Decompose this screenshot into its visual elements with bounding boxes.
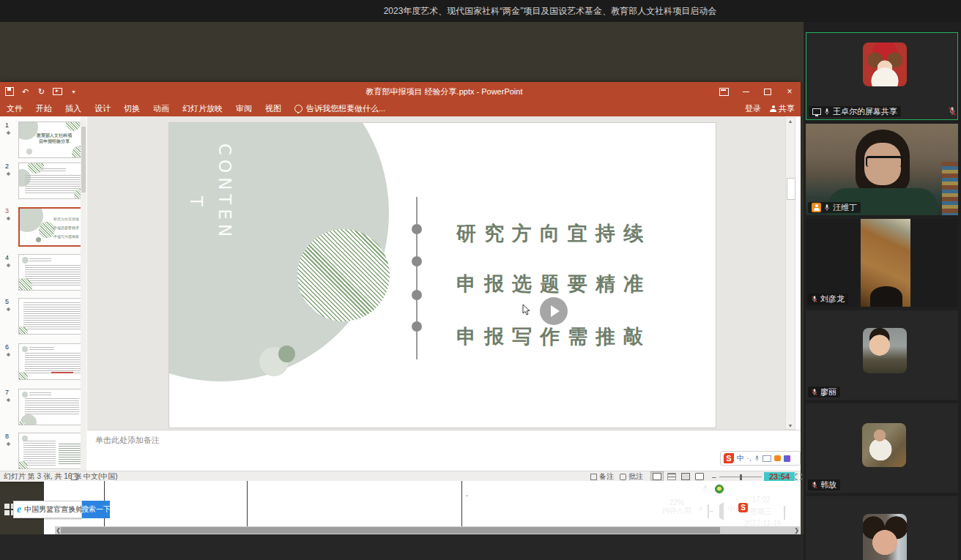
participant-tile-screenshare[interactable]: 王卓尔的屏幕共享 (806, 32, 958, 120)
participant-tile[interactable]: 刘彦龙 (806, 219, 958, 307)
antivirus-tray-icon[interactable] (715, 485, 724, 493)
thumbnail-slide-8: 8 (0, 433, 87, 471)
ime-indicator-tray[interactable]: 中 (728, 504, 735, 514)
microphone-status-icon (702, 484, 709, 494)
animation-star-icon (7, 131, 11, 135)
accessibility-icon[interactable] (71, 472, 78, 481)
thumbnail-slide-1: 1 教育部人文社科项 目申报经验分享 (0, 122, 87, 160)
clock[interactable]: 17:02 星期三 2022-11-16 (744, 494, 778, 529)
hidden-icons-button[interactable]: ∧ (698, 504, 703, 512)
close-button[interactable]: × (779, 82, 801, 101)
search-highlight-text: 中国男篮官宣换帅 (24, 504, 83, 515)
slide-8-thumbnail[interactable] (18, 433, 84, 469)
search-button[interactable]: 搜索一下 (82, 501, 110, 518)
recording-timer-badge: 23:54 (764, 472, 795, 482)
slide-7-thumbnail[interactable] (18, 389, 84, 425)
tab-slideshow[interactable]: 幻灯片放映 (176, 101, 229, 116)
mic-muted-icon (812, 295, 817, 304)
hscrollbar-thumb[interactable] (61, 527, 720, 534)
timeline-dot (412, 224, 422, 234)
notes-pane[interactable]: 单击此处添加备注 S 中 ·, (87, 430, 801, 471)
restore-button[interactable] (757, 82, 779, 101)
ribbon-display-options-button[interactable] (713, 82, 735, 101)
timeline-dot (412, 256, 422, 266)
lightbulb-icon (294, 105, 303, 113)
voice-input-icon[interactable] (754, 455, 760, 463)
timeline-dot (412, 321, 422, 332)
keyboard-icon[interactable] (763, 455, 771, 462)
meeting-title: 2023年度艺术、现代国家社科“两金”项目及国设艺术基金、教育部人文社科项目启动… (384, 5, 717, 18)
toolbox-icon[interactable] (784, 455, 790, 462)
normal-view-button[interactable] (650, 471, 664, 482)
horizontal-scrollbar[interactable]: ❮ ❯ (55, 526, 800, 534)
zoom-out-button[interactable]: – (712, 472, 716, 481)
slide-sorter-view-button[interactable] (666, 472, 678, 481)
decorative-circle-solid (278, 346, 295, 362)
slide-4-thumbnail[interactable] (18, 254, 84, 291)
slide-2-thumbnail[interactable] (18, 163, 84, 199)
thumbnail-scrollbar[interactable] (81, 116, 86, 471)
tab-file[interactable]: 文件 (0, 101, 29, 116)
participant-label: 汪维丁 (808, 202, 861, 213)
mic-muted-icon (949, 106, 956, 116)
sign-in-button[interactable]: 登录 (745, 103, 761, 114)
participant-tile[interactable]: 韩放 (806, 403, 958, 493)
slide-1-thumbnail[interactable]: 教育部人文社科项 目申报经验分享 (18, 122, 84, 158)
sogou-logo-icon[interactable]: S (724, 453, 734, 463)
tab-transitions[interactable]: 切换 (117, 101, 146, 116)
participant-tile[interactable] (806, 496, 958, 560)
thumbnail-slide-7: 7 (0, 389, 87, 428)
share-button[interactable]: 共享 (770, 103, 795, 114)
slide-thumbnail-panel: 1 教育部人文社科项 目申报经验分享 2 (0, 116, 88, 471)
host-badge-icon (812, 203, 821, 212)
participant-tile[interactable]: 廖丽 (806, 310, 958, 400)
language-indicator[interactable]: 中文(中国) (84, 472, 118, 481)
tab-insert[interactable]: 插入 (59, 101, 88, 116)
decorative-circle-hatched (297, 229, 390, 321)
notes-toggle-button[interactable]: 备注 (590, 472, 614, 481)
screen-share-icon (812, 108, 821, 115)
memory-usage-label: 内存占用 (654, 507, 700, 515)
action-center-icon[interactable] (784, 507, 785, 520)
punctuation-icon[interactable]: ·, (747, 455, 752, 462)
tab-view[interactable]: 视图 (259, 101, 288, 116)
scrollbar-thumb[interactable] (787, 178, 795, 200)
tab-design[interactable]: 设计 (88, 101, 117, 116)
chevron-down-icon: ˇ (466, 494, 468, 501)
current-slide[interactable]: CONTEN T 研究方向宜持续 申报选题要精准 申报写作需推敲 (168, 122, 716, 428)
volume-tray-icon[interactable] (719, 505, 724, 518)
meeting-window: 2023年度艺术、现代国家社科“两金”项目及国设艺术基金、教育部人文社科项目启动… (0, 0, 961, 560)
slide-3-thumbnail-selected[interactable]: 研究方向宜持续 申报选题要精准 申报写作需推敲 (18, 207, 84, 247)
slideshow-view-button[interactable] (694, 472, 705, 481)
ime-toolbar[interactable]: S 中 ·, (720, 451, 801, 466)
tab-animations[interactable]: 动画 (146, 101, 176, 116)
zoom-slider-handle[interactable] (740, 474, 742, 480)
tell-me-box[interactable]: 告诉我您想要做什么... (288, 101, 392, 116)
participant-tile[interactable]: 汪维丁 (806, 124, 958, 215)
reading-view-button[interactable] (680, 472, 691, 481)
fit-slide-to-window-button[interactable] (795, 472, 802, 481)
ime-mode-indicator[interactable]: 中 (737, 453, 744, 463)
mic-on-icon (824, 108, 830, 116)
skin-icon[interactable] (774, 455, 781, 461)
tab-review[interactable]: 审阅 (229, 101, 259, 116)
animation-star-icon (7, 217, 11, 221)
network-tray-icon[interactable] (708, 505, 709, 518)
thumbnail-slide-4: 4 (0, 254, 87, 293)
media-play-button[interactable] (540, 297, 568, 325)
slide-6-thumbnail[interactable] (18, 343, 84, 380)
taskbar-search-box[interactable]: e 中国男篮官宣换帅 (13, 501, 82, 518)
participant-label: 廖丽 (808, 387, 840, 397)
scroll-right-icon[interactable]: ❯ (793, 526, 800, 534)
notes-icon (590, 474, 597, 480)
tab-home[interactable]: 开始 (29, 101, 59, 116)
mic-muted-icon (812, 388, 817, 397)
slide-5-thumbnail[interactable] (18, 298, 84, 335)
powerpoint-window: ↶ ↻ ▾ 教育部申报项目 经验分享.pptx - PowerPoint × 文… (0, 82, 801, 481)
comments-toggle-button[interactable]: 批注 (620, 472, 643, 481)
minimize-button[interactable] (735, 82, 757, 101)
zoom-slider[interactable] (719, 472, 762, 481)
slide-scrollbar[interactable]: ▲ ▼ (785, 117, 795, 430)
ppt-status-bar: 幻灯片 第 3 张, 共 16 张 中文(中国) 备注 批注 – (0, 471, 801, 482)
avatar (863, 328, 907, 373)
